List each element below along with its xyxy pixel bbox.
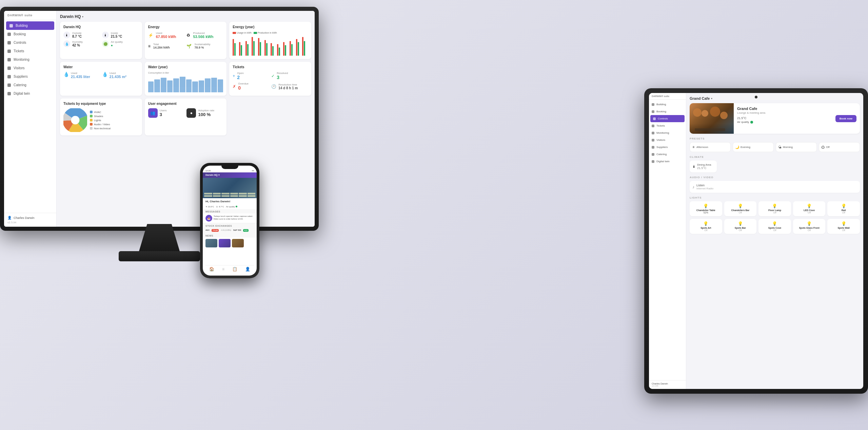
tablet-nav-controls[interactable]: Controls [650, 115, 685, 122]
spot-bar[interactable]: 💡 Spots Bar Off [724, 219, 757, 234]
tickets-open: + Open 2 [233, 72, 269, 80]
spot-glass-front[interactable]: 💡 Spots Glass Front Off [793, 219, 826, 234]
sidebar-item-catering[interactable]: Catering [4, 81, 56, 89]
clock-icon: 🕐 [271, 84, 276, 89]
spot-art[interactable]: 💡 Spots Art Off [690, 219, 722, 234]
book-now-button[interactable]: Book now [835, 115, 856, 122]
phone-time: 12:20 [205, 170, 211, 172]
sidebar-item-monitoring[interactable]: Monitoring [4, 55, 56, 64]
tablet-frame: DARWIN® suite Building Booking Controls [644, 88, 868, 394]
preset-morning[interactable]: 🌤 Morning [776, 142, 817, 152]
tab-bookings-icon[interactable]: 📋 [232, 267, 237, 272]
phone-news-title: NEWS [203, 233, 257, 238]
energy-produced-row: ♻ Produced 53.566 kWh [186, 32, 223, 39]
lights-section-title: LIGHTS [690, 196, 860, 199]
preset-off[interactable]: ⏻ Off [819, 142, 860, 152]
monitor-chevron[interactable]: ▾ [82, 15, 83, 18]
tablet-brand: DARWIN® suite [649, 93, 686, 100]
music-icon: ♪ [692, 185, 694, 189]
light-chandeliers-bar[interactable]: 💡 Chandeliers Bar Off [724, 201, 757, 216]
digital-twin-icon [7, 92, 11, 95]
monitor-page-title: Darwin HQ [60, 14, 81, 19]
tab-profile-icon[interactable]: 👤 [245, 267, 250, 272]
tablet-nav-building[interactable]: Building [649, 101, 686, 108]
pie-legend: HVAC Shades Lights [90, 111, 111, 130]
water-card: Water 💧 Used 21.435 liter 💧 [60, 62, 142, 96]
monitoring-icon [7, 58, 11, 61]
tablet-nav-suppliers[interactable]: Suppliers [649, 144, 686, 151]
legend-hvac: HVAC [90, 111, 111, 114]
light-chandelier-table[interactable]: 💡 Chandelier Table 52% [690, 201, 722, 216]
light-rail[interactable]: 💡 Rail Off [827, 201, 860, 216]
sidebar-item-building[interactable]: Building [6, 21, 54, 30]
outside-icon: 🌡 [63, 32, 70, 38]
air-quality-icon: 🟢 [102, 40, 109, 47]
spots-wall-icon: 💡 [830, 221, 857, 226]
energy-prod-bar-7 [279, 48, 280, 56]
sidebar-item-booking[interactable]: Booking [4, 30, 56, 38]
energy-prod-bar-11 [304, 41, 305, 56]
tab-home-icon[interactable]: 🏠 [209, 267, 214, 272]
air-quality-metric: 🟢 Air quality ● [102, 40, 139, 47]
tablet-nav-monitoring[interactable]: Monitoring [649, 129, 686, 136]
sidebar-item-suppliers[interactable]: Suppliers [4, 72, 56, 81]
tab-menu-icon[interactable]: ≡ [222, 267, 224, 272]
tablet-nav-digital-twin[interactable]: Digital twin [649, 158, 686, 165]
water-bar-8 [199, 80, 204, 92]
phone-conditions: ☀23.9°C 🌡8.7°C Air quality [203, 205, 257, 209]
rail-icon: 💡 [830, 204, 857, 208]
bar-group-8 [283, 42, 289, 56]
water-year-title: Water (year) [148, 65, 223, 69]
stock-aex-label: AEX [205, 229, 210, 232]
users-icon: 👥 [148, 108, 158, 118]
sidebar-item-visitors[interactable]: Visitors [4, 64, 56, 72]
venue-description: Lounge & meeting area [737, 111, 832, 114]
stock-sp-label: S&P 500 [233, 229, 241, 232]
tablet-nav-tickets[interactable]: Tickets [649, 122, 686, 129]
phone-status-bar: 12:20 ▪▪▪ [203, 169, 257, 172]
phone-frame: 12:20 ▪▪▪ Darwin HQ ▾ Hi, Charles Darwin… [200, 163, 259, 278]
spot-wall[interactable]: 💡 Spots Wall Off [827, 219, 860, 234]
water-bar-11 [218, 79, 223, 92]
energy-used-row: ⚡ Used 67.850 kWh [148, 32, 185, 39]
water-title: Water [63, 65, 139, 69]
spot-cove[interactable]: 💡 Spots Cove Off [758, 219, 791, 234]
preset-evening[interactable]: 🌙 Evening [733, 142, 774, 152]
preset-afternoon[interactable]: ☀ Afternoon [690, 142, 731, 152]
energy-total-icon: ≡ [148, 44, 151, 49]
mobile-phone: 12:20 ▪▪▪ Darwin HQ ▾ Hi, Charles Darwin… [200, 163, 259, 278]
tablet-building-icon [652, 103, 654, 106]
tablet-nav-visitors[interactable]: Visitors [649, 136, 686, 144]
light-led-cove[interactable]: 💡 LED Cove Off [793, 201, 826, 216]
light-floor-lamp[interactable]: 💡 Floor Lamp Off [758, 201, 791, 216]
phone-header: Darwin HQ ▾ [203, 172, 257, 178]
inside-metric: 🌡 Inside 21.5 °C [102, 32, 139, 38]
thermometer-icon: 🌡 [692, 165, 696, 168]
sidebar-item-digital-twin[interactable]: Digital twin [4, 89, 56, 98]
adoption-icon: ● [186, 108, 196, 118]
energy-used-bar-2 [245, 41, 247, 56]
energy-year-card: Energy (year) Usage in kWh Production in… [229, 22, 311, 59]
tablet-chevron[interactable]: ▾ [711, 97, 712, 100]
adoption-item: ● Adoption rate 100 % [186, 108, 223, 118]
message-text: Todays lunch special: Italian caprese sa… [214, 215, 254, 221]
afternoon-icon: ☀ [692, 145, 695, 149]
tablet-sidebar: DARWIN® suite Building Booking Controls [649, 93, 686, 389]
tablet-main: Grand Cafe ▾ Grand Cafe Lou [686, 93, 863, 389]
sidebar-item-controls[interactable]: Controls [4, 38, 56, 47]
desktop-monitor: DARWIN® suite Building Booking Controls [0, 7, 319, 272]
venue-air-quality: Air quality [737, 120, 832, 124]
tablet-nav-catering[interactable]: Catering [649, 151, 686, 158]
legend-used: Usage in kWh [233, 32, 252, 34]
climate-metrics: 🌡 Outside 8.7 °C 🌡 Inside 21. [63, 32, 139, 47]
cond-air: Air quality [226, 205, 237, 208]
water-year-card: Water (year) Consumption in liter [145, 62, 227, 96]
water-m3-icon: 💧 [102, 72, 108, 77]
energy-prod-bar-0 [234, 43, 236, 56]
legend-prod-bar [254, 32, 257, 34]
user-engagement-card: User engagement 👥 Users 3 ● [145, 98, 227, 135]
darwin-hq-title: Darwin HQ [63, 25, 139, 29]
sidebar-item-tickets[interactable]: Tickets [4, 47, 56, 55]
tablet-nav-booking[interactable]: Booking [649, 108, 686, 115]
venue-name: Grand Cafe [737, 107, 832, 111]
